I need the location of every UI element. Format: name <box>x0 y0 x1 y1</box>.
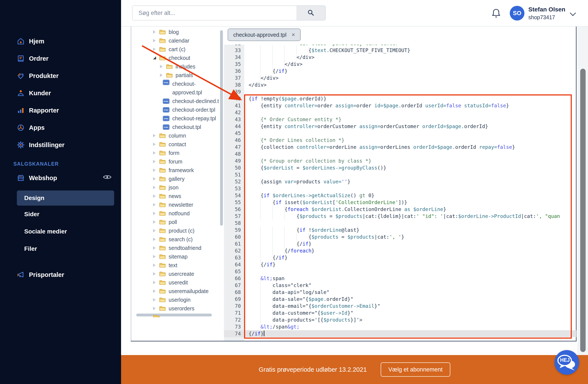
expand-arrow-icon[interactable] <box>153 272 159 276</box>
code-line-52[interactable]: 52 {assign var=products value=''} <box>224 178 576 185</box>
tree-folder-sendtoafriend[interactable]: sendtoafriend <box>132 244 219 252</box>
code-line-36[interactable]: 36 {/if} <box>224 68 576 75</box>
expand-arrow-icon[interactable] <box>160 65 166 68</box>
sidebar-item-apps[interactable]: Apps <box>0 119 121 136</box>
sidebar-item-ordrer[interactable]: Ordrer <box>0 50 121 67</box>
tree-folder-cart-c[interactable]: cart (c) <box>132 45 219 54</box>
expand-arrow-icon[interactable] <box>153 177 159 181</box>
code-line-50[interactable]: 50 {$orderList = $orderLines->groupByCla… <box>224 164 576 171</box>
expand-arrow-icon[interactable] <box>153 134 159 137</box>
expand-arrow-icon[interactable] <box>153 39 159 42</box>
tree-folder-column[interactable]: column <box>132 131 219 140</box>
code-line-56[interactable]: 56 {foreach $orderList.CollectionOrderLi… <box>224 206 576 213</box>
tree-folder-notfound[interactable]: notfound <box>132 209 219 218</box>
tree-folder-poll[interactable]: poll <box>132 218 219 226</box>
search-input[interactable] <box>132 6 296 20</box>
code-line-70[interactable]: 70 data-email="{$orderCustomer->Email}" <box>224 303 576 309</box>
tree-folder-forum[interactable]: forum <box>132 157 219 166</box>
expand-arrow-icon[interactable] <box>153 212 159 215</box>
code-line-35[interactable]: 35 </div> <box>224 61 576 68</box>
expand-arrow-icon[interactable] <box>153 151 159 155</box>
expand-arrow-icon[interactable] <box>153 246 159 250</box>
sidebar-subitem-design[interactable]: Design <box>17 191 114 206</box>
expand-arrow-icon[interactable] <box>153 160 159 163</box>
sidebar-subitem-sociale-medier[interactable]: Sociale medier <box>0 223 121 240</box>
expand-arrow-icon[interactable] <box>153 289 159 293</box>
code-line-68[interactable]: 68 data-api="log/sale" <box>224 289 576 296</box>
sidebar-item-hjem[interactable]: Hjem <box>0 33 121 50</box>
tree-folder-partials[interactable]: partials <box>132 71 219 79</box>
page-scrollbar-thumb[interactable] <box>580 69 586 352</box>
expand-arrow-icon[interactable] <box>153 229 159 232</box>
code-line-59[interactable]: 59 {if !$orderLine@last} <box>224 227 576 233</box>
expand-arrow-icon[interactable] <box>153 143 159 146</box>
code-line-42[interactable]: 42 <box>224 109 576 116</box>
expand-arrow-icon[interactable] <box>153 220 159 224</box>
tree-file-checkout-approved.tpl[interactable]: HTMLcheckout- approved.tpl <box>132 79 219 97</box>
code-line-47[interactable]: 47 {collection controller=orderLine assi… <box>224 144 576 151</box>
expand-arrow-icon[interactable] <box>153 169 159 172</box>
code-line-58[interactable]: 58 <box>224 220 576 227</box>
code-line-61[interactable]: 61 {/if} <box>224 240 576 247</box>
close-icon[interactable]: × <box>292 32 295 38</box>
sidebar-item-kunder[interactable]: Kunder <box>0 84 121 102</box>
code-line-54[interactable]: 54 {if $orderLines->getActualSize() gt 0… <box>224 192 576 199</box>
expand-arrow-icon[interactable] <box>153 203 159 207</box>
code-line-51[interactable]: 51 <box>224 171 576 178</box>
code-line-60[interactable]: 60 {$products = $products|cat:', '} <box>224 233 576 240</box>
code-line-46[interactable]: 46 {* Order Lines collection *} <box>224 137 576 144</box>
tree-file-checkout.tpl[interactable]: HTMLcheckout.tpl <box>132 123 219 131</box>
tree-folder-news[interactable]: news <box>132 192 219 200</box>
sidebar-item-prisportaler[interactable]: Prisportaler <box>0 266 121 283</box>
code-line-40[interactable]: 40{if !empty($page.orderId)} <box>224 95 576 102</box>
tree-folder-sitemap[interactable]: sitemap <box>132 252 219 261</box>
code-line-53[interactable]: 53 <box>224 185 576 192</box>
tree-folder-includes[interactable]: includes <box>132 62 219 71</box>
code-line-71[interactable]: 71 data-customer="{$user->Id}" <box>224 309 576 316</box>
tree-folder-blog[interactable]: blog <box>132 28 219 36</box>
code-line-67[interactable]: 67 class="clerk" <box>224 282 576 289</box>
tree-folder-useredit[interactable]: useredit <box>132 278 219 287</box>
eye-icon[interactable] <box>103 174 112 180</box>
tree-folder-contact[interactable]: contact <box>132 140 219 149</box>
tree-file-checkout-repay.tpl[interactable]: HTMLcheckout-repay.tpl <box>132 114 219 123</box>
tree-folder-json[interactable]: json <box>132 183 219 192</box>
code-line-63[interactable]: 63 {/if} <box>224 254 576 261</box>
sidebar-subitem-sider[interactable]: Sider <box>0 206 121 223</box>
code-line-72[interactable]: 72 data-products='[{$products}]'> <box>224 316 576 323</box>
tree-folder-newsletter[interactable]: newsletter <box>132 200 219 209</box>
expand-arrow-icon[interactable] <box>153 238 159 241</box>
expand-arrow-icon[interactable] <box>153 48 159 51</box>
code-line-45[interactable]: 45 <box>224 130 576 137</box>
expand-arrow-icon[interactable] <box>153 194 159 198</box>
code-line-49[interactable]: 49 {* Group order collection by class *} <box>224 157 576 164</box>
tree-item-partial[interactable] <box>132 313 219 317</box>
choose-subscription-button[interactable]: Vælg et abonnement <box>381 362 451 377</box>
expand-arrow-icon[interactable] <box>153 264 159 267</box>
tree-folder-userorders[interactable]: userorders <box>132 304 219 313</box>
expand-arrow-icon[interactable] <box>160 74 166 77</box>
tree-folder-framework[interactable]: framework <box>132 166 219 174</box>
code-line-37[interactable]: 37 </div> <box>224 75 576 81</box>
tree-folder-gallery[interactable]: gallery <box>132 174 219 183</box>
code-line-64[interactable]: 64 {/if} <box>224 261 576 268</box>
code-line-33[interactable]: 33 {$text.CHECKOUT_STEP_FIVE_TIMEOUT} <box>224 47 576 54</box>
tree-folder-search-c[interactable]: search (c) <box>132 235 219 244</box>
code-line-65[interactable]: 65 <box>224 268 576 275</box>
expand-arrow-icon[interactable] <box>153 298 159 302</box>
editor-tab[interactable]: checkout-approved.tpl × <box>228 29 301 41</box>
code-line-57[interactable]: 57 {$products = $products|cat:{ldelim}|c… <box>224 213 576 220</box>
code-line-48[interactable]: 48 <box>224 151 576 157</box>
code-line-32[interactable]: 32 <div class="panel-body text-center"> <box>224 45 576 47</box>
collapse-arrow-icon[interactable] <box>153 56 159 59</box>
sidebar-subitem-filer[interactable]: Filer <box>0 240 121 257</box>
code-line-38[interactable]: 38</div> <box>224 81 576 88</box>
tree-folder-useremailupdate[interactable]: useremailupdate <box>132 287 219 295</box>
code-line-44[interactable]: 44 {entity controller=orderCustomer assi… <box>224 123 576 130</box>
tree-folder-checkout[interactable]: checkout <box>132 54 219 62</box>
tree-vertical-scrollbar[interactable] <box>220 30 223 226</box>
code-line-55[interactable]: 55 {if isset($orderList['CollectionOrder… <box>224 199 576 206</box>
code-line-69[interactable]: 69 data-sale="{$page.orderId}" <box>224 296 576 303</box>
sidebar-item-produkter[interactable]: Produkter <box>0 67 121 84</box>
sidebar-item-prisportaler-row[interactable]: Prisportaler <box>0 266 121 283</box>
